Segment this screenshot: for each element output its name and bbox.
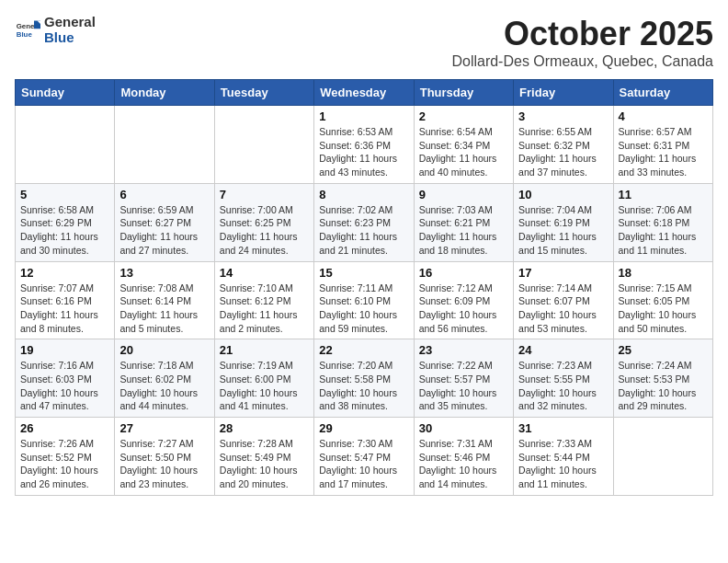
day-number: 30	[419, 421, 508, 435]
calendar-day-cell: 17Sunrise: 7:14 AM Sunset: 6:07 PM Dayli…	[514, 261, 613, 339]
day-number: 17	[518, 266, 608, 280]
calendar-day-cell: 6Sunrise: 6:59 AM Sunset: 6:27 PM Daylig…	[115, 183, 214, 261]
svg-text:Blue: Blue	[17, 30, 33, 39]
day-number: 24	[518, 343, 608, 357]
day-info: Sunrise: 7:26 AM Sunset: 5:52 PM Dayligh…	[20, 437, 109, 491]
day-number: 27	[119, 421, 209, 435]
day-info: Sunrise: 7:12 AM Sunset: 6:09 PM Dayligh…	[419, 282, 508, 336]
calendar-day-cell	[613, 418, 712, 496]
calendar-day-cell: 4Sunrise: 6:57 AM Sunset: 6:31 PM Daylig…	[613, 106, 712, 184]
day-of-week-header: Monday	[115, 80, 214, 106]
calendar-day-cell: 24Sunrise: 7:23 AM Sunset: 5:55 PM Dayli…	[514, 339, 613, 418]
day-info: Sunrise: 6:58 AM Sunset: 6:29 PM Dayligh…	[20, 203, 109, 258]
calendar-day-cell: 26Sunrise: 7:26 AM Sunset: 5:52 PM Dayli…	[16, 418, 115, 496]
day-number: 9	[419, 188, 508, 201]
day-number: 23	[419, 343, 508, 357]
day-of-week-header: Sunday	[16, 80, 115, 106]
day-number: 8	[319, 188, 408, 201]
day-number: 16	[419, 266, 508, 280]
day-number: 6	[119, 188, 209, 201]
calendar-day-cell: 12Sunrise: 7:07 AM Sunset: 6:16 PM Dayli…	[16, 261, 115, 339]
logo-general-text: General	[44, 15, 96, 30]
calendar-day-cell	[115, 106, 214, 184]
day-info: Sunrise: 6:54 AM Sunset: 6:34 PM Dayligh…	[419, 125, 508, 179]
calendar-day-cell	[214, 106, 313, 184]
day-number: 19	[20, 343, 109, 357]
day-info: Sunrise: 7:31 AM Sunset: 5:46 PM Dayligh…	[419, 437, 508, 491]
day-of-week-header: Wednesday	[314, 80, 414, 106]
calendar-day-cell: 23Sunrise: 7:22 AM Sunset: 5:57 PM Dayli…	[414, 339, 513, 418]
day-of-week-header: Thursday	[414, 80, 513, 106]
day-number: 11	[619, 188, 708, 201]
page-header: General Blue General Blue October 2025 D…	[15, 15, 713, 70]
calendar-day-cell: 13Sunrise: 7:08 AM Sunset: 6:14 PM Dayli…	[115, 261, 214, 339]
day-info: Sunrise: 6:57 AM Sunset: 6:31 PM Dayligh…	[619, 125, 708, 179]
day-info: Sunrise: 7:04 AM Sunset: 6:19 PM Dayligh…	[518, 203, 608, 258]
calendar-day-cell: 18Sunrise: 7:15 AM Sunset: 6:05 PM Dayli…	[613, 261, 712, 339]
logo: General Blue General Blue	[15, 15, 96, 45]
calendar-week-row: 5Sunrise: 6:58 AM Sunset: 6:29 PM Daylig…	[16, 183, 713, 261]
day-number: 28	[220, 421, 309, 435]
day-info: Sunrise: 7:07 AM Sunset: 6:16 PM Dayligh…	[20, 282, 109, 336]
calendar-header-row: SundayMondayTuesdayWednesdayThursdayFrid…	[16, 80, 713, 106]
day-number: 26	[20, 421, 109, 435]
logo-icon: General Blue	[15, 17, 40, 43]
calendar-day-cell: 10Sunrise: 7:04 AM Sunset: 6:19 PM Dayli…	[514, 183, 613, 261]
day-number: 15	[319, 266, 408, 280]
day-number: 21	[220, 343, 309, 357]
day-number: 13	[119, 266, 209, 280]
day-number: 29	[319, 421, 408, 435]
day-info: Sunrise: 6:59 AM Sunset: 6:27 PM Dayligh…	[119, 203, 209, 258]
calendar-day-cell: 20Sunrise: 7:18 AM Sunset: 6:02 PM Dayli…	[115, 339, 214, 418]
calendar-day-cell: 1Sunrise: 6:53 AM Sunset: 6:36 PM Daylig…	[314, 106, 414, 184]
day-info: Sunrise: 7:33 AM Sunset: 5:44 PM Dayligh…	[518, 437, 608, 491]
calendar-day-cell	[16, 106, 115, 184]
day-number: 20	[119, 343, 209, 357]
day-number: 12	[20, 266, 109, 280]
calendar-day-cell: 28Sunrise: 7:28 AM Sunset: 5:49 PM Dayli…	[214, 418, 313, 496]
day-info: Sunrise: 7:03 AM Sunset: 6:21 PM Dayligh…	[419, 203, 508, 258]
day-info: Sunrise: 7:06 AM Sunset: 6:18 PM Dayligh…	[619, 203, 708, 258]
day-number: 3	[518, 109, 608, 123]
day-number: 4	[619, 109, 708, 123]
day-info: Sunrise: 7:24 AM Sunset: 5:53 PM Dayligh…	[619, 359, 708, 413]
calendar-day-cell: 25Sunrise: 7:24 AM Sunset: 5:53 PM Dayli…	[613, 339, 712, 418]
day-info: Sunrise: 7:02 AM Sunset: 6:23 PM Dayligh…	[319, 203, 408, 258]
day-info: Sunrise: 7:16 AM Sunset: 6:03 PM Dayligh…	[20, 359, 109, 413]
day-info: Sunrise: 6:53 AM Sunset: 6:36 PM Dayligh…	[319, 125, 408, 179]
day-info: Sunrise: 7:18 AM Sunset: 6:02 PM Dayligh…	[119, 359, 209, 413]
calendar-body: 1Sunrise: 6:53 AM Sunset: 6:36 PM Daylig…	[16, 106, 713, 496]
calendar-day-cell: 30Sunrise: 7:31 AM Sunset: 5:46 PM Dayli…	[414, 418, 513, 496]
calendar-day-cell: 5Sunrise: 6:58 AM Sunset: 6:29 PM Daylig…	[16, 183, 115, 261]
calendar-day-cell: 22Sunrise: 7:20 AM Sunset: 5:58 PM Dayli…	[314, 339, 414, 418]
title-block: October 2025 Dollard-Des Ormeaux, Quebec…	[451, 15, 713, 70]
location-title: Dollard-Des Ormeaux, Quebec, Canada	[451, 53, 713, 70]
day-info: Sunrise: 7:19 AM Sunset: 6:00 PM Dayligh…	[220, 359, 309, 413]
day-number: 7	[220, 188, 309, 201]
day-info: Sunrise: 7:11 AM Sunset: 6:10 PM Dayligh…	[319, 282, 408, 336]
day-info: Sunrise: 7:22 AM Sunset: 5:57 PM Dayligh…	[419, 359, 508, 413]
day-of-week-header: Tuesday	[214, 80, 313, 106]
calendar-day-cell: 15Sunrise: 7:11 AM Sunset: 6:10 PM Dayli…	[314, 261, 414, 339]
month-title: October 2025	[451, 15, 713, 53]
calendar-day-cell: 31Sunrise: 7:33 AM Sunset: 5:44 PM Dayli…	[514, 418, 613, 496]
day-number: 5	[20, 188, 109, 201]
day-info: Sunrise: 7:08 AM Sunset: 6:14 PM Dayligh…	[119, 282, 209, 336]
calendar-day-cell: 9Sunrise: 7:03 AM Sunset: 6:21 PM Daylig…	[414, 183, 513, 261]
calendar-week-row: 19Sunrise: 7:16 AM Sunset: 6:03 PM Dayli…	[16, 339, 713, 418]
day-number: 18	[619, 266, 708, 280]
calendar-day-cell: 29Sunrise: 7:30 AM Sunset: 5:47 PM Dayli…	[314, 418, 414, 496]
day-of-week-header: Friday	[514, 80, 613, 106]
day-info: Sunrise: 7:14 AM Sunset: 6:07 PM Dayligh…	[518, 282, 608, 336]
calendar-week-row: 1Sunrise: 6:53 AM Sunset: 6:36 PM Daylig…	[16, 106, 713, 184]
calendar-day-cell: 8Sunrise: 7:02 AM Sunset: 6:23 PM Daylig…	[314, 183, 414, 261]
calendar-day-cell: 19Sunrise: 7:16 AM Sunset: 6:03 PM Dayli…	[16, 339, 115, 418]
day-number: 1	[319, 109, 408, 123]
day-number: 31	[518, 421, 608, 435]
calendar-week-row: 26Sunrise: 7:26 AM Sunset: 5:52 PM Dayli…	[16, 418, 713, 496]
calendar-day-cell: 11Sunrise: 7:06 AM Sunset: 6:18 PM Dayli…	[613, 183, 712, 261]
logo-blue-text: Blue	[44, 30, 96, 46]
day-info: Sunrise: 7:27 AM Sunset: 5:50 PM Dayligh…	[119, 437, 209, 491]
calendar-day-cell: 16Sunrise: 7:12 AM Sunset: 6:09 PM Dayli…	[414, 261, 513, 339]
day-info: Sunrise: 7:30 AM Sunset: 5:47 PM Dayligh…	[319, 437, 408, 491]
